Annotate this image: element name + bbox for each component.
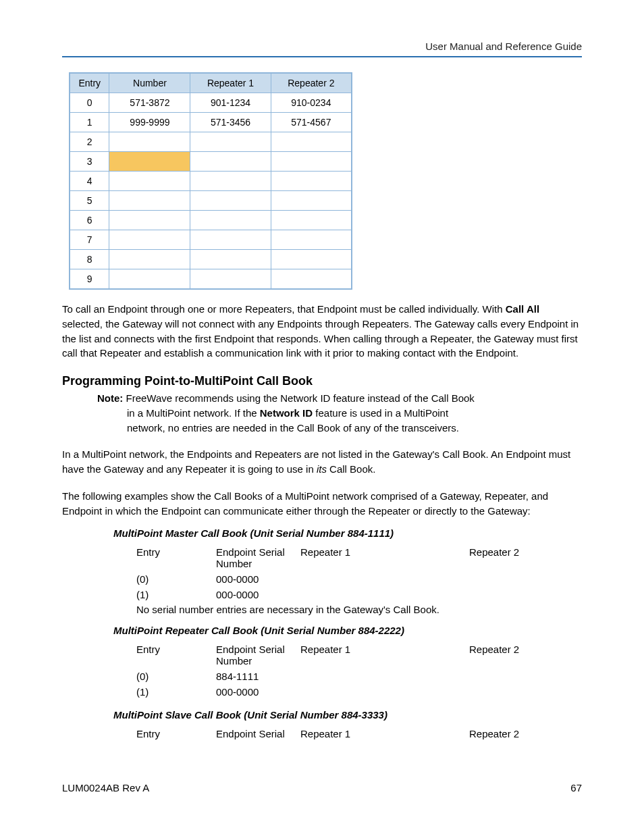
- table-cell: [109, 172, 190, 191]
- table-cell: [271, 269, 352, 290]
- col-header: Number: [109, 73, 190, 93]
- table-cell: 571-3456: [190, 113, 271, 132]
- mini-col-header: Repeater 1: [300, 644, 469, 667]
- paragraph-multipoint-2: The following examples show the Call Boo…: [62, 489, 582, 519]
- table-row: 1999-9999571-3456571-4567: [70, 113, 352, 132]
- note-block: Note: FreeWave recommends using the Netw…: [97, 391, 516, 435]
- mini-row: (0)884-1111: [136, 669, 582, 684]
- table-cell: [190, 269, 271, 290]
- table-cell: 4: [70, 172, 109, 191]
- mini-col-header: Repeater 2: [469, 728, 550, 739]
- mini-col-header: Entry: [136, 728, 216, 739]
- mini-cell: (1): [136, 589, 216, 600]
- table-cell: 0: [70, 93, 109, 113]
- table-cell: [190, 211, 271, 230]
- mini-cell: (1): [136, 686, 216, 698]
- mini-cell: 884-1111: [216, 671, 300, 682]
- table-cell: [190, 230, 271, 250]
- table-cell: [109, 132, 190, 152]
- table-row: 4: [70, 172, 352, 191]
- table-cell: [271, 250, 352, 269]
- table-cell: 571-3872: [109, 93, 190, 113]
- table-cell: 999-9999: [109, 113, 190, 132]
- mini-row: (1)000-0000: [136, 684, 582, 700]
- mini-row: (0)000-0000: [136, 571, 582, 587]
- table-cell: 7: [70, 230, 109, 250]
- table-cell: [271, 132, 352, 152]
- table-cell: 5: [70, 191, 109, 211]
- table-cell: [109, 250, 190, 269]
- page-header-title: User Manual and Reference Guide: [62, 41, 582, 52]
- table-cell: [190, 152, 271, 172]
- mini-cell: [300, 589, 469, 600]
- table-row: 8: [70, 250, 352, 269]
- mini-col-header: Repeater 1: [300, 546, 469, 569]
- table-row: 3: [70, 152, 352, 172]
- table-row: 0571-3872901-1234910-0234: [70, 93, 352, 113]
- table-row: 5: [70, 191, 352, 211]
- paragraph-multipoint-1: In a MultiPoint network, the Endpoints a…: [62, 447, 582, 477]
- table-row: 7: [70, 230, 352, 250]
- paragraph-repeater-call: To call an Endpoint through one or more …: [62, 302, 582, 361]
- mini-cell: (0): [136, 671, 216, 682]
- section-title: MultiPoint Slave Call Book (Unit Serial …: [113, 709, 582, 721]
- table-cell: 571-4567: [271, 113, 352, 132]
- table-cell: 2: [70, 132, 109, 152]
- mini-col-header: Endpoint Serial Number: [216, 644, 300, 667]
- table-cell: [109, 152, 190, 172]
- mini-col-header: Repeater 1: [300, 728, 469, 739]
- mini-cell: (0): [136, 573, 216, 585]
- table-cell: [109, 230, 190, 250]
- table-cell: [190, 132, 271, 152]
- mini-col-header: Endpoint Serial: [216, 728, 300, 739]
- callbook-mini-table: EntryEndpoint Serial NumberRepeater 1Rep…: [136, 642, 582, 700]
- callbook-mini-table: EntryEndpoint SerialRepeater 1Repeater 2: [136, 726, 582, 741]
- table-cell: [109, 191, 190, 211]
- mini-cell: [300, 671, 469, 682]
- mini-col-header: Endpoint Serial Number: [216, 546, 300, 569]
- table-cell: 3: [70, 152, 109, 172]
- header-rule: [62, 56, 582, 57]
- table-cell: [190, 250, 271, 269]
- mini-col-header: Repeater 2: [469, 644, 550, 667]
- section-title: MultiPoint Repeater Call Book (Unit Seri…: [113, 625, 582, 636]
- mini-col-header: Entry: [136, 644, 216, 667]
- table-cell: 9: [70, 269, 109, 290]
- table-cell: 910-0234: [271, 93, 352, 113]
- footer-pagenum: 67: [570, 782, 582, 793]
- mini-col-header: Repeater 2: [469, 546, 550, 569]
- table-cell: [109, 269, 190, 290]
- section-title: MultiPoint Master Call Book (Unit Serial…: [113, 527, 582, 539]
- mini-col-header: Entry: [136, 546, 216, 569]
- table-cell: [271, 230, 352, 250]
- table-row: 2: [70, 132, 352, 152]
- callbook-mini-table: EntryEndpoint Serial NumberRepeater 1Rep…: [136, 544, 582, 602]
- table-cell: [190, 172, 271, 191]
- mini-cell: 000-0000: [216, 573, 300, 585]
- mini-cell: 000-0000: [216, 686, 300, 698]
- table-row: 9: [70, 269, 352, 290]
- table-cell: [271, 172, 352, 191]
- table-row: 6: [70, 211, 352, 230]
- footer-left: LUM0024AB Rev A: [62, 782, 149, 793]
- table-cell: [271, 152, 352, 172]
- mini-cell: [300, 573, 469, 585]
- col-header: Repeater 2: [271, 73, 352, 93]
- col-header: Entry: [70, 73, 109, 93]
- table-cell: [271, 191, 352, 211]
- table-cell: [190, 191, 271, 211]
- mini-cell: [469, 686, 550, 698]
- page-footer: LUM0024AB Rev A 67: [62, 782, 582, 793]
- subheading-programming: Programming Point-to-MultiPoint Call Boo…: [62, 374, 582, 388]
- mini-cell: 000-0000: [216, 589, 300, 600]
- table-cell: 6: [70, 211, 109, 230]
- table-cell: [109, 211, 190, 230]
- table-cell: 901-1234: [190, 93, 271, 113]
- mini-note: No serial number entries are necessary i…: [136, 602, 582, 615]
- table-cell: [271, 211, 352, 230]
- col-header: Repeater 1: [190, 73, 271, 93]
- table-cell: 8: [70, 250, 109, 269]
- mini-row: (1)000-0000: [136, 587, 582, 602]
- mini-cell: [469, 671, 550, 682]
- mini-cell: [300, 686, 469, 698]
